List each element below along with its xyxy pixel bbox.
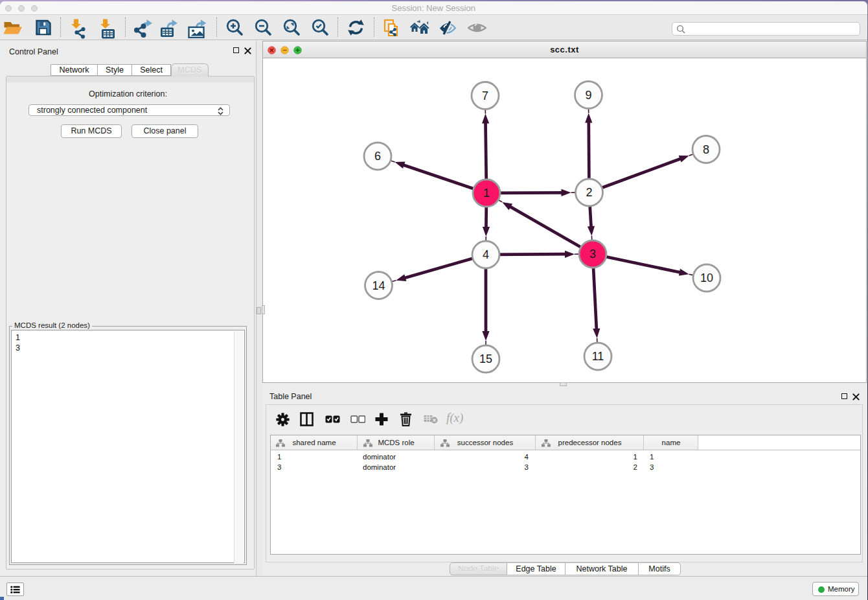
svg-text:9: 9 [585, 89, 591, 102]
svg-text:8: 8 [703, 143, 709, 156]
svg-text:7: 7 [482, 89, 488, 102]
svg-text:14: 14 [372, 279, 385, 292]
svg-text:3: 3 [589, 248, 596, 260]
svg-text:1: 1 [483, 187, 490, 200]
svg-text:6: 6 [374, 150, 381, 163]
svg-text:4: 4 [483, 248, 489, 261]
svg-text:2: 2 [586, 186, 592, 199]
svg-text:10: 10 [700, 271, 713, 284]
svg-text:15: 15 [479, 352, 492, 365]
svg-text:11: 11 [592, 350, 604, 363]
